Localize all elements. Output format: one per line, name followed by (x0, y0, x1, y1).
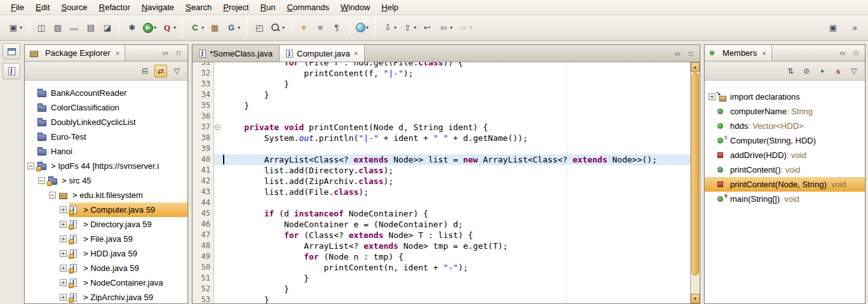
print-button[interactable]: ▤ (83, 19, 99, 37)
member-item[interactable]: hdds : Vector<HDD> (705, 119, 865, 133)
tree-item[interactable]: DoublyLinkedCyclicList (25, 115, 187, 129)
menu-run[interactable]: Run (255, 1, 281, 14)
minimize-button[interactable]: ▭ (159, 48, 171, 58)
member-item[interactable]: cComputer(String, HDD) (705, 133, 865, 148)
tree-item[interactable]: ColorClassification (25, 100, 187, 115)
code-line[interactable]: 32 printContent(f, "|-"); (193, 68, 690, 79)
link-with-editor-button[interactable]: ⇄ (154, 65, 167, 77)
expand-icon[interactable]: + (60, 250, 67, 257)
open-window-button[interactable]: ◫ (33, 19, 50, 37)
menu-help[interactable]: Help (376, 1, 404, 14)
tree-item[interactable]: Euro-Test (25, 129, 187, 144)
code-line[interactable]: 53 } (193, 294, 690, 303)
tree-item[interactable]: −> src 45 (25, 173, 187, 188)
code-line[interactable]: 36 (193, 111, 690, 122)
code-line[interactable]: 37− private void printContent(Node d, St… (193, 122, 690, 133)
maximize-button[interactable]: □ (173, 48, 184, 58)
search-button[interactable]: ▾ (268, 19, 287, 37)
editor-tab[interactable]: *SomeClass.java (193, 45, 280, 62)
forward-button[interactable]: ⇨▾ (455, 19, 475, 37)
code-line[interactable]: 31 for (File f : hdd.get(File.class)) { (193, 62, 690, 68)
menu-refactor[interactable]: Refactor (93, 1, 136, 14)
fast-view-editor-button[interactable] (3, 63, 20, 79)
tree-item[interactable]: +> Computer.java 59 (25, 202, 187, 217)
tree-item[interactable]: +> File.java 59 (25, 232, 187, 246)
code-line[interactable]: 33 } (193, 79, 690, 89)
hide-fields-button[interactable]: ● (816, 65, 829, 77)
code-line[interactable]: 40 ArrayList<Class<? extends Node>> list… (193, 154, 690, 165)
run-last-tool-button[interactable]: ✱ (124, 19, 140, 37)
code-line[interactable]: 47 for (Class<? extends Node> T : list) … (193, 230, 690, 241)
scroll-down-button[interactable]: ▼ (691, 294, 700, 303)
hide-non-public-button[interactable]: s (832, 65, 844, 77)
tree-item[interactable]: +> Node.java 59 (25, 261, 187, 275)
back-button[interactable]: ⇦▾ (435, 19, 455, 37)
open-folder-button[interactable]: ▨ (50, 19, 66, 37)
toolbar-overflow-button[interactable]: » (846, 19, 863, 37)
menu-edit[interactable]: Edit (30, 1, 55, 14)
menu-file[interactable]: File (5, 1, 30, 14)
maximize-button[interactable]: □ (685, 48, 696, 58)
run-button[interactable]: ▶▾ (140, 19, 159, 37)
close-icon[interactable]: × (762, 50, 766, 57)
member-item[interactable]: addDrive(HDD) : void (705, 148, 865, 162)
tree-item[interactable]: BankAccountReader (25, 86, 187, 100)
compare-button[interactable]: ◪ (99, 19, 116, 37)
scroll-up-button[interactable]: ▲ (691, 62, 700, 72)
member-item[interactable]: computerName : String (705, 104, 865, 119)
coverage-button[interactable]: Q▾ (159, 19, 179, 37)
maximize-button[interactable]: □ (850, 48, 862, 58)
menu-window[interactable]: Window (335, 1, 376, 14)
member-item[interactable]: +import declarations (705, 89, 865, 104)
hide-static-button[interactable]: ⊘ (800, 65, 813, 77)
tree-item[interactable]: Hanoi (25, 144, 187, 159)
code-line[interactable]: 49 for (Node n : tmp) { (193, 251, 690, 262)
expand-icon[interactable]: + (60, 265, 67, 272)
tree-item[interactable]: +> Directory.java 59 (25, 217, 187, 232)
scrollbar-thumb[interactable] (691, 72, 699, 275)
fast-view-restore-button[interactable] (3, 43, 20, 60)
member-item[interactable]: printContent(Node, String) : void (705, 177, 865, 192)
tree-item[interactable]: −> IpdFs 44 [https://svnserver.i (25, 159, 187, 173)
jar-export-button[interactable]: ◰ (251, 19, 268, 37)
minimize-button[interactable]: ▭ (837, 48, 848, 58)
code-line[interactable]: 48 ArrayList<? extends Node> tmp = e.get… (193, 241, 690, 251)
editor-scrollbar[interactable]: ▲ ▼ (690, 62, 700, 303)
code-line[interactable]: 51 } (193, 273, 690, 284)
code-line[interactable]: 46 NodeContainer e = (NodeContainer) d; (193, 219, 690, 230)
menu-commands[interactable]: Commands (281, 1, 335, 14)
close-icon[interactable]: × (354, 50, 358, 57)
code-line[interactable]: 44 (193, 197, 690, 208)
new-wizard-button[interactable]: ▣▾ (5, 19, 25, 37)
expand-icon[interactable]: + (60, 294, 67, 301)
collapse-icon[interactable]: − (27, 162, 34, 169)
expand-icon[interactable]: + (60, 279, 67, 286)
code-area[interactable]: 31 for (File f : hdd.get(File.class)) {3… (193, 62, 690, 303)
next-annotation-button[interactable]: ⇩▾ (379, 19, 399, 37)
code-line[interactable]: 34 } (193, 89, 690, 100)
menu-project[interactable]: Project (217, 1, 254, 14)
perspective-button[interactable]: ▣ (825, 19, 841, 37)
code-line[interactable]: 35 } (193, 100, 690, 111)
menu-navigate[interactable]: Navigate (136, 1, 180, 14)
code-line[interactable]: 43 list.add(File.class); (193, 187, 690, 197)
save-button[interactable]: ▬ (66, 19, 83, 37)
format-button[interactable]: ¶ (329, 19, 345, 37)
new-package-button[interactable]: ▩ (207, 19, 223, 37)
previous-annotation-button[interactable]: ⇧▾ (399, 19, 419, 37)
collapse-icon[interactable]: − (49, 192, 56, 199)
menu-source[interactable]: Source (55, 1, 93, 14)
new-class-button[interactable]: C▾ (187, 19, 207, 37)
last-edit-location-button[interactable]: ↩ (419, 19, 435, 37)
browser-button[interactable]: ▾ (353, 19, 371, 37)
code-line[interactable]: 39 (193, 143, 690, 154)
collapse-icon[interactable]: − (38, 177, 45, 184)
expand-icon[interactable]: + (60, 206, 67, 213)
code-line[interactable]: 52 } (193, 284, 690, 294)
show-whitespace-button[interactable]: ≡ (312, 19, 329, 37)
code-line[interactable]: 41 list.add(Directory.class); (193, 165, 690, 176)
tree-item[interactable]: −> edu.kit.filesystem (25, 188, 187, 202)
code-line[interactable]: 42 list.add(ZipArchiv.class); (193, 176, 690, 187)
tree-item[interactable]: +> HDD.java 59 (25, 246, 187, 261)
view-menu-button[interactable]: ▽ (170, 65, 183, 77)
